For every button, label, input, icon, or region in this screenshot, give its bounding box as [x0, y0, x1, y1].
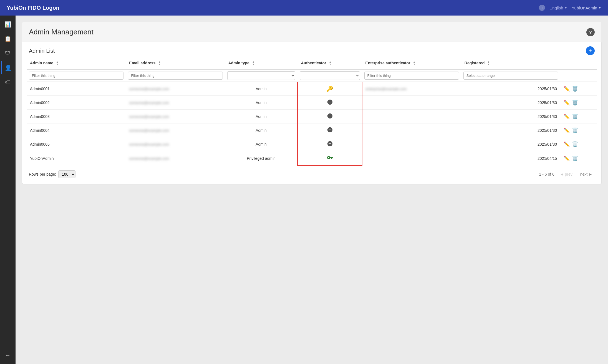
cell-admin-name: Admin0004 [27, 123, 126, 137]
main-layout: 📊 📋 🛡 👤 🏷 ↔ Admin Management ? Admin Lis… [0, 16, 608, 364]
sort-enterprise[interactable]: ▲▼ [413, 61, 415, 66]
user-menu[interactable]: YubiOnAdmin ▼ [572, 6, 601, 10]
admin-card: Admin List + Admin name ▲▼ Email address [22, 42, 601, 184]
next-page-button[interactable]: next ► [578, 171, 595, 178]
filter-email-cell [126, 69, 225, 82]
add-admin-button[interactable]: + [586, 46, 595, 55]
cell-admin-name: Admin0002 [27, 96, 126, 110]
col-registered: Registered ▲▼ [461, 57, 560, 69]
help-icon[interactable]: ? [586, 28, 595, 36]
cell-email: someone@example.com [126, 82, 225, 96]
cell-actions: ✏️🗑️ [560, 123, 597, 137]
col-actions [560, 57, 597, 69]
filter-authenticator-cell: - Key None [297, 69, 362, 82]
cell-enterprise [362, 151, 461, 166]
cell-enterprise [362, 137, 461, 151]
cell-registered: 2025/01/30 [461, 110, 560, 123]
cell-admin-name: Admin0005 [27, 137, 126, 151]
cell-actions: ✏️🗑️ [560, 110, 597, 123]
info-icon[interactable]: i [539, 5, 545, 11]
sidebar: 📊 📋 🛡 👤 🏷 ↔ [0, 16, 16, 364]
cell-actions: ✏️🗑️ [560, 151, 597, 166]
cell-admin-name: YubiOnAdmin [27, 151, 126, 166]
pagination-range: 1 - 6 of 6 [539, 172, 554, 176]
cell-email: someone@example.com [126, 151, 225, 166]
filter-registered[interactable] [463, 72, 558, 80]
delete-button[interactable]: 🗑️ [572, 86, 578, 92]
sort-admin-type[interactable]: ▲▼ [252, 61, 255, 66]
sort-registered[interactable]: ▲▼ [487, 61, 490, 66]
language-selector[interactable]: English ▼ [549, 6, 567, 10]
filter-email[interactable] [128, 72, 223, 80]
table-row: Admin0003someone@example.comAdmin2025/01… [27, 110, 597, 123]
col-admin-name: Admin name ▲▼ [27, 57, 126, 69]
cell-enterprise: enterprise@example.com [362, 82, 461, 96]
cell-admin-name: Admin0001 [27, 82, 126, 96]
cell-actions: ✏️🗑️ [560, 96, 597, 110]
cell-enterprise [362, 110, 461, 123]
edit-button[interactable]: ✏️ [564, 128, 570, 133]
sidebar-item-tag[interactable]: 🏷 [1, 75, 14, 89]
cell-registered: 2025/01/30 [461, 137, 560, 151]
sidebar-item-list[interactable]: 📋 [1, 32, 14, 46]
col-admin-type: Admin type ▲▼ [225, 57, 298, 69]
filter-admin-name-cell [27, 69, 126, 82]
sort-admin-name[interactable]: ▲▼ [56, 61, 59, 66]
cell-authenticator [297, 123, 362, 137]
col-authenticator: Authenticator ▲▼ [297, 57, 362, 69]
cell-registered: 2025/01/30 [461, 82, 560, 96]
rows-per-page: Rows per page: 100 50 25 [29, 170, 75, 178]
filter-admin-name[interactable] [29, 72, 123, 80]
delete-button[interactable]: 🗑️ [572, 128, 578, 133]
edit-button[interactable]: ✏️ [564, 156, 570, 161]
edit-button[interactable]: ✏️ [564, 141, 570, 147]
cell-registered: 2025/01/30 [461, 96, 560, 110]
cell-admin-type: Admin [225, 82, 298, 96]
cell-admin-name: Admin0003 [27, 110, 126, 123]
sidebar-item-shield[interactable]: 🛡 [1, 47, 14, 60]
app-title: YubiOn FIDO Logon [7, 5, 539, 11]
cell-authenticator [297, 110, 362, 123]
section-header: Admin List + [22, 42, 601, 57]
section-title: Admin List [29, 48, 55, 54]
sidebar-item-user[interactable]: 👤 [1, 61, 14, 74]
page-title: Admin Management [29, 28, 94, 36]
sidebar-item-arrows[interactable]: ↔ [1, 348, 14, 362]
filter-enterprise-cell [362, 69, 461, 82]
sort-authenticator[interactable]: ▲▼ [329, 61, 331, 66]
topnav-right: i English ▼ YubiOnAdmin ▼ [539, 5, 601, 11]
table-row: Admin0002someone@example.comAdmin2025/01… [27, 96, 597, 110]
user-dropdown-arrow: ▼ [598, 6, 601, 9]
sort-email[interactable]: ▲▼ [158, 61, 161, 66]
rows-per-page-select[interactable]: 100 50 25 [58, 170, 75, 178]
edit-button[interactable]: ✏️ [564, 100, 570, 105]
cell-authenticator [297, 96, 362, 110]
delete-button[interactable]: 🗑️ [572, 100, 578, 105]
delete-button[interactable]: 🗑️ [572, 114, 578, 119]
content-area: Admin Management ? Admin List + Admin na… [16, 16, 608, 364]
prev-page-button[interactable]: ◄ prev [558, 171, 575, 178]
sidebar-item-chart[interactable]: 📊 [1, 18, 14, 31]
edit-button[interactable]: ✏️ [564, 114, 570, 119]
cell-admin-type: Admin [225, 137, 298, 151]
filter-registered-cell [461, 69, 560, 82]
table-wrapper: Admin name ▲▼ Email address ▲▼ Admin typ… [22, 57, 601, 166]
filter-enterprise[interactable] [364, 72, 459, 80]
filter-row: - Admin Privileged admin - Key None [27, 69, 597, 82]
cell-email: someone@example.com [126, 123, 225, 137]
cell-admin-type: Privileged admin [225, 151, 298, 166]
delete-button[interactable]: 🗑️ [572, 141, 578, 147]
filter-authenticator[interactable]: - Key None [300, 71, 360, 80]
cell-authenticator: 🔑 [297, 82, 362, 96]
minus-circle-icon [327, 141, 333, 148]
table-row: YubiOnAdminsomeone@example.comPrivileged… [27, 151, 597, 166]
edit-button[interactable]: ✏️ [564, 86, 570, 92]
cell-registered: 2025/01/30 [461, 123, 560, 137]
table-row: Admin0004someone@example.comAdmin2025/01… [27, 123, 597, 137]
table-body: Admin0001someone@example.comAdmin🔑enterp… [27, 82, 597, 166]
cell-admin-type: Admin [225, 123, 298, 137]
delete-button[interactable]: 🗑️ [572, 156, 578, 161]
cell-enterprise [362, 123, 461, 137]
filter-admin-type[interactable]: - Admin Privileged admin [227, 71, 296, 80]
top-navigation: YubiOn FIDO Logon i English ▼ YubiOnAdmi… [0, 0, 608, 16]
